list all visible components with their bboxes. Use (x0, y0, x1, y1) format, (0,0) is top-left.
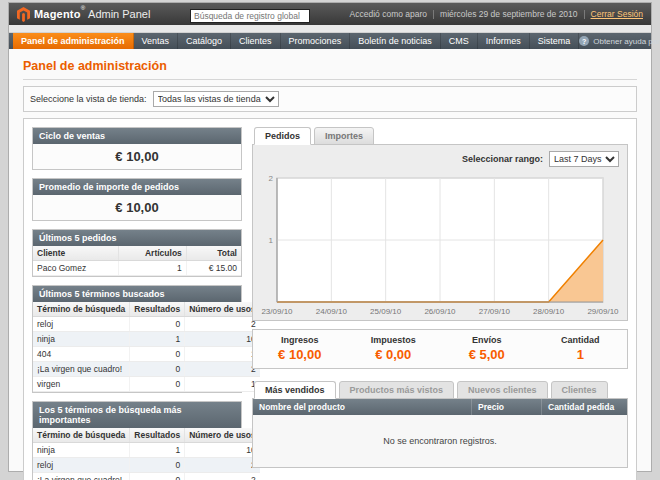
table-row[interactable]: ¡La virgen que cuadro!02 (33, 473, 260, 480)
orders-chart: 1223/09/1024/09/1025/09/1026/09/1027/09/… (261, 172, 619, 318)
tab-mas-vendidos[interactable]: Más vendidos (254, 381, 336, 399)
svg-text:27/09/10: 27/09/10 (479, 307, 511, 316)
logout-link[interactable]: Cerrar Sesión (591, 9, 643, 19)
row-value-cell: 0 (130, 458, 185, 473)
table-row[interactable]: ¡La virgen que cuadro!02 (33, 362, 260, 377)
nav-item-promociones[interactable]: Promociones (281, 33, 351, 49)
grid-column-header: Cantidad pedida (542, 399, 627, 415)
dashboard-main: PedidosImportes Seleccionar rango: Last … (252, 127, 628, 480)
card-title: Ciclo de ventas (33, 128, 241, 144)
tab-productos-mas-vistos[interactable]: Productos más vistos (339, 381, 455, 399)
row-label-cell: ninja (33, 332, 130, 347)
logo-text: Magento®Admin Panel (34, 8, 150, 20)
main-nav: Panel de administraciónVentasCatálogoCli… (9, 33, 651, 49)
average-orders-value: € 10,00 (33, 195, 241, 220)
tab-importes[interactable]: Importes (314, 127, 374, 145)
svg-text:24/09/10: 24/09/10 (316, 307, 348, 316)
row-value-cell: 0 (130, 362, 185, 377)
row-label-cell: virgen (33, 377, 130, 392)
nav-item-catalogo[interactable]: Catálogo (178, 33, 231, 49)
global-search-input[interactable] (190, 9, 310, 23)
stat-label: Envíos (440, 335, 534, 345)
row-value-cell: 1 (118, 261, 186, 276)
svg-text:25/09/10: 25/09/10 (370, 307, 402, 316)
registered-mark: ® (81, 5, 85, 11)
stats-row: Ingresos€ 10,00Impuestos€ 0,00Envíos€ 5,… (252, 329, 628, 369)
row-value-cell: 10 (185, 332, 260, 347)
row-value-cell: 1 (130, 332, 185, 347)
column-header: Total (186, 246, 241, 261)
svg-text:29/09/10: 29/09/10 (587, 307, 619, 316)
row-value-cell: 1 (185, 347, 260, 362)
nav-item-clientes[interactable]: Clientes (231, 33, 281, 49)
card-title: Promedio de importe de pedidos (33, 179, 241, 195)
row-value-cell: 1 (185, 377, 260, 392)
tab-clientes[interactable]: Clientes (551, 381, 608, 399)
table-row[interactable]: ninja110 (33, 332, 260, 347)
help-link[interactable]: ? Obtener ayuda para esta página (579, 33, 660, 49)
range-select[interactable]: Last 7 Days (549, 151, 619, 167)
stat-ingresos: Ingresos€ 10,00 (253, 335, 347, 362)
table-row[interactable]: ninja110 (33, 443, 260, 458)
divider (433, 10, 434, 19)
stat-label: Ingresos (253, 335, 347, 345)
row-value-cell: 10 (185, 443, 260, 458)
range-row: Seleccionar rango: Last 7 Days (261, 151, 619, 172)
stat-value: € 10,00 (253, 347, 347, 362)
column-header: Artículos (118, 246, 186, 261)
nav-item-cms[interactable]: CMS (441, 33, 478, 49)
column-header: Resultados (130, 302, 185, 317)
column-header: Resultados (130, 428, 185, 443)
products-grid-head: Nombre del productoPrecioCantidad pedida (253, 399, 627, 415)
store-view-label: Seleccione la vista de tienda: (30, 94, 147, 104)
row-value-cell: 0 (130, 377, 185, 392)
stat-value: 1 (534, 347, 628, 362)
tab-pedidos[interactable]: Pedidos (254, 127, 311, 145)
stat-value: € 5,00 (440, 347, 534, 362)
data-table: Término de búsquedaResultadosNúmero de u… (33, 428, 260, 480)
logged-in-as: Accedió como aparo (350, 9, 428, 19)
card-title: Los 5 términos de búsqueda más important… (33, 402, 241, 428)
row-value-cell: 2 (185, 317, 260, 332)
table-row[interactable]: Paco Gomez1€ 15.00 (33, 261, 241, 276)
table-row[interactable]: reloj02 (33, 458, 260, 473)
magento-logo-icon (17, 7, 30, 22)
row-value-cell: € 15.00 (186, 261, 241, 276)
global-search (190, 5, 310, 23)
stat-label: Impuestos (347, 335, 441, 345)
table-row[interactable]: reloj02 (33, 317, 260, 332)
data-table: Término de búsquedaResultadosNúmero de u… (33, 302, 260, 392)
tab-nuevos-clientes[interactable]: Nuevos clientes (457, 381, 548, 399)
nav-item-panel-de-administracion[interactable]: Panel de administración (13, 33, 134, 49)
svg-text:1: 1 (269, 236, 274, 245)
svg-text:28/09/10: 28/09/10 (533, 307, 565, 316)
column-header: Cliente (33, 246, 118, 261)
row-value-cell: 0 (130, 317, 185, 332)
logo-suffix: Admin Panel (88, 8, 150, 20)
top-search-terms-card: Los 5 términos de búsqueda más important… (32, 401, 242, 480)
nav-item-boletin-de-noticias[interactable]: Boletín de noticias (350, 33, 441, 49)
dashboard-sidebar: Ciclo de ventas € 10,00 Promedio de impo… (32, 127, 242, 480)
lifetime-sales-card: Ciclo de ventas € 10,00 (32, 127, 242, 170)
dashboard-tabs: PedidosImportes (252, 127, 628, 145)
dashboard-panel: Ciclo de ventas € 10,00 Promedio de impo… (23, 118, 637, 480)
table-row[interactable]: 40401 (33, 347, 260, 362)
nav-item-sistema[interactable]: Sistema (530, 33, 580, 49)
row-value-cell: 1 (130, 443, 185, 458)
products-grid-empty: No se encontraron registros. (253, 415, 627, 467)
current-date: miércoles 29 de septiembre de 2010 (440, 9, 578, 19)
top-header: Magento®Admin Panel Accedió como aparo m… (9, 3, 651, 25)
table-row[interactable]: virgen01 (33, 377, 260, 392)
row-label-cell: ninja (33, 443, 130, 458)
row-value-cell: 2 (185, 458, 260, 473)
nav-item-ventas[interactable]: Ventas (134, 33, 179, 49)
column-header: Número de usos (185, 302, 260, 317)
admin-window: Magento®Admin Panel Accedió como aparo m… (8, 2, 652, 472)
nav-items: Panel de administraciónVentasCatálogoCli… (13, 33, 579, 49)
row-label-cell: ¡La virgen que cuadro! (33, 473, 130, 480)
store-view-select[interactable]: Todas las vistas de tienda (153, 91, 279, 107)
row-value-cell: 2 (185, 362, 260, 377)
top-search-table: Término de búsquedaResultadosNúmero de u… (33, 428, 241, 480)
nav-item-informes[interactable]: Informes (478, 33, 530, 49)
magento-logo: Magento®Admin Panel (17, 7, 150, 22)
